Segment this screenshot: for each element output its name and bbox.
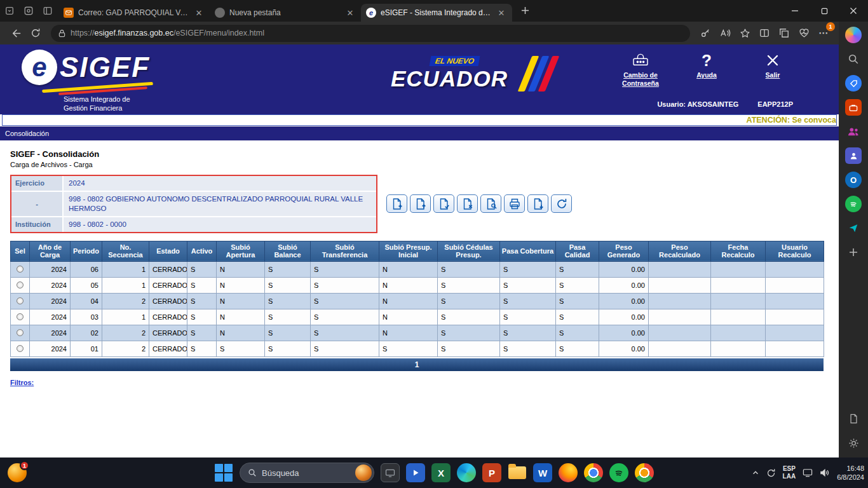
table-cell xyxy=(649,278,711,294)
column-header: Pasa Cobertura xyxy=(500,241,556,261)
media-player-icon[interactable] xyxy=(406,463,425,482)
chrome-icon[interactable] xyxy=(584,463,603,482)
teams-icon[interactable] xyxy=(845,147,862,164)
word-icon[interactable]: W xyxy=(533,463,552,482)
spotify-icon[interactable] xyxy=(609,463,628,482)
page-number[interactable]: 1 xyxy=(415,360,419,369)
green-app-icon[interactable] xyxy=(845,196,862,212)
tab-actions-icon[interactable] xyxy=(0,3,19,19)
menu-item-consolidacion[interactable]: Consolidación xyxy=(5,130,49,137)
tray-chevron-icon[interactable] xyxy=(752,469,759,477)
firefox-icon[interactable] xyxy=(559,463,578,482)
outlook-icon[interactable]: O xyxy=(845,172,862,188)
row-select-radio[interactable] xyxy=(17,297,24,304)
cast-icon[interactable] xyxy=(803,468,813,477)
table-cell: 01 xyxy=(71,341,102,357)
validate-file-icon[interactable] xyxy=(433,194,454,213)
entidad-label: - xyxy=(11,192,62,216)
table-cell: 2024 xyxy=(30,341,71,357)
edge-icon[interactable] xyxy=(457,463,476,482)
tab-close-icon[interactable]: ✕ xyxy=(344,7,356,18)
copilot-icon[interactable] xyxy=(845,27,862,43)
start-button[interactable] xyxy=(214,463,233,482)
download-file-icon[interactable] xyxy=(527,194,548,213)
row-select-radio[interactable] xyxy=(17,329,24,336)
help-label: Ayuda xyxy=(696,71,717,79)
browser-tab-esigef[interactable]: e eSIGEF - Sistema Integrado de G ✕ xyxy=(361,4,512,22)
upload-file-icon[interactable] xyxy=(410,194,431,213)
widgets-weather-icon[interactable]: 1 xyxy=(8,463,27,482)
search-box[interactable]: Búsqueda xyxy=(240,463,374,483)
browser-navbar: https://esigef.finanzas.gob.ec/eSIGEF/me… xyxy=(0,22,839,44)
table-cell xyxy=(711,341,766,357)
row-select-radio[interactable] xyxy=(17,266,24,273)
tab-title: Correo: GAD PARROQUIAL VALLE xyxy=(78,8,189,17)
change-password-link[interactable]: Cambio de Contraseña xyxy=(615,51,666,87)
favorites-star-icon[interactable] xyxy=(736,24,754,42)
volume-icon[interactable] xyxy=(820,468,830,477)
filters-link[interactable]: Filtros: xyxy=(10,379,34,386)
browser-profile-icon[interactable] xyxy=(635,463,654,482)
read-aloud-icon[interactable] xyxy=(716,24,734,42)
vertical-tabs-icon[interactable] xyxy=(38,3,57,19)
back-icon[interactable] xyxy=(6,24,24,42)
settings-gear-icon[interactable] xyxy=(845,435,862,451)
powerpoint-icon[interactable]: P xyxy=(482,463,501,482)
shopping-icon[interactable] xyxy=(845,75,862,92)
search-icon[interactable] xyxy=(845,51,862,67)
table-cell: N xyxy=(379,262,438,278)
row-select-radio[interactable] xyxy=(17,345,24,352)
file-explorer-icon[interactable] xyxy=(508,463,527,482)
desktop-app-icon[interactable] xyxy=(381,463,400,482)
browser-essentials-icon[interactable] xyxy=(795,24,813,42)
table-cell: S xyxy=(311,341,379,357)
address-bar[interactable]: https://esigef.finanzas.gob.ec/eSIGEF/me… xyxy=(51,25,690,42)
refresh-icon[interactable] xyxy=(27,24,44,42)
institucion-label: Institución xyxy=(11,217,62,232)
taskbar-center: Búsqueda X P W xyxy=(214,458,654,488)
tab-close-icon[interactable]: ✕ xyxy=(193,7,205,18)
search-file-icon[interactable] xyxy=(480,194,501,213)
page-panel-icon[interactable] xyxy=(845,410,862,427)
column-header: Subió Apertura xyxy=(217,241,265,261)
drop-icon[interactable] xyxy=(845,220,862,236)
print-icon[interactable] xyxy=(504,194,525,213)
tab-close-icon[interactable]: ✕ xyxy=(496,7,507,18)
logout-link[interactable]: Salir xyxy=(747,51,798,87)
table-cell: 2024 xyxy=(30,262,71,278)
row-select-radio[interactable] xyxy=(17,313,24,320)
excel-icon[interactable]: X xyxy=(431,463,451,482)
split-screen-icon[interactable] xyxy=(756,24,773,42)
browser-tab-mail[interactable]: Correo: GAD PARROQUIAL VALLE ✕ xyxy=(58,4,210,22)
people-icon[interactable] xyxy=(845,123,862,140)
site-lock-icon[interactable] xyxy=(58,29,65,37)
language-switcher[interactable]: ESP LAA xyxy=(783,465,796,480)
microsoft-365-icon[interactable] xyxy=(845,99,862,116)
table-cell: S xyxy=(556,294,599,309)
key-icon[interactable] xyxy=(696,24,714,42)
collections-icon[interactable] xyxy=(775,24,793,42)
cell-select xyxy=(11,278,30,294)
table-cell: S xyxy=(311,262,379,278)
recalculate-icon[interactable] xyxy=(551,194,572,213)
row-select-radio[interactable] xyxy=(17,281,24,288)
close-window-button[interactable] xyxy=(839,0,868,22)
table-cell: S xyxy=(187,262,217,278)
sync-icon[interactable] xyxy=(766,468,776,478)
action-toolbar xyxy=(386,194,572,213)
add-sidebar-icon[interactable] xyxy=(845,244,862,261)
browser-tab-new[interactable]: Nueva pestaña ✕ xyxy=(210,4,361,22)
search-highlight-image[interactable] xyxy=(355,464,372,481)
new-tab-button[interactable] xyxy=(516,1,534,19)
app-code: EAPP212P xyxy=(757,100,793,108)
help-link[interactable]: ? Ayuda xyxy=(681,51,732,87)
minimize-button[interactable] xyxy=(780,0,810,22)
exit-x-icon xyxy=(766,51,780,70)
more-options-icon[interactable]: ⋯ 1 xyxy=(815,24,832,42)
workspaces-icon[interactable] xyxy=(19,3,38,19)
clock[interactable]: 16:48 6/8/2024 xyxy=(837,464,864,482)
new-file-icon[interactable] xyxy=(386,194,407,213)
delete-file-icon[interactable] xyxy=(457,194,478,213)
column-header: No. Secuencia xyxy=(102,241,149,261)
maximize-button[interactable] xyxy=(810,0,839,22)
